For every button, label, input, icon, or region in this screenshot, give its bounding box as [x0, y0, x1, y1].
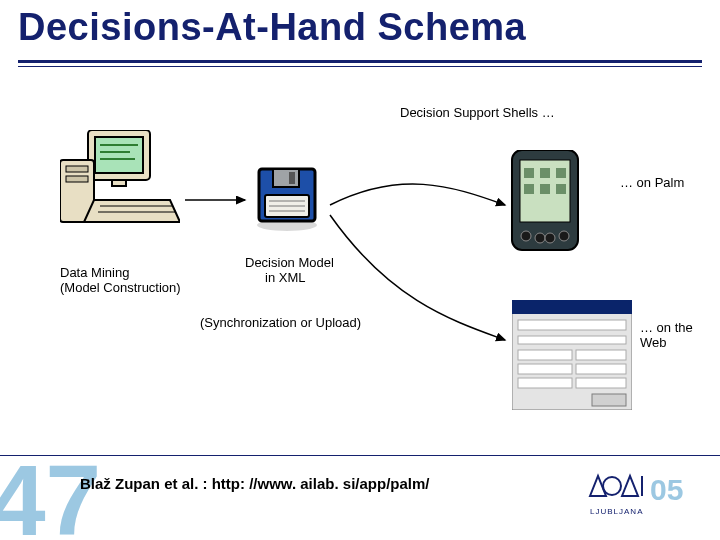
logo-place: LJUBLJANA [590, 507, 643, 516]
svg-point-31 [559, 231, 569, 241]
svg-point-29 [535, 233, 545, 243]
title-divider [18, 60, 702, 63]
svg-point-30 [545, 233, 555, 243]
svg-rect-33 [512, 300, 632, 314]
web-window-icon [512, 300, 632, 410]
svg-rect-24 [556, 168, 566, 178]
svg-rect-38 [518, 378, 572, 388]
svg-rect-25 [524, 184, 534, 194]
svg-rect-27 [556, 184, 566, 194]
footer-divider [0, 455, 720, 456]
svg-marker-9 [84, 200, 180, 222]
svg-point-44 [603, 477, 621, 495]
svg-rect-41 [576, 378, 626, 388]
label-decision-model-2: in XML [265, 270, 305, 285]
slide: Decisions-At-Hand Schema Decision Suppor… [0, 0, 720, 540]
svg-rect-7 [66, 166, 88, 172]
computer-icon [60, 130, 180, 240]
svg-rect-40 [576, 364, 626, 374]
page-title: Decisions-At-Hand Schema [18, 6, 526, 49]
title-divider-thin [18, 66, 702, 67]
svg-rect-26 [540, 184, 550, 194]
svg-rect-37 [518, 364, 572, 374]
label-on-palm: … on Palm [620, 175, 684, 190]
label-decision-model-1: Decision Model [245, 255, 334, 270]
svg-rect-39 [576, 350, 626, 360]
conference-logo: 05 LJUBLJANA [586, 470, 706, 520]
label-synchronization: (Synchronization or Upload) [200, 315, 361, 330]
svg-rect-15 [289, 172, 295, 184]
svg-rect-35 [518, 336, 626, 344]
svg-rect-5 [112, 180, 126, 186]
svg-rect-42 [592, 394, 626, 406]
label-on-web: … on the Web [640, 320, 720, 350]
label-data-mining-2: (Model Construction) [60, 280, 181, 295]
label-data-mining-1: Data Mining [60, 265, 129, 280]
palm-device-icon [510, 150, 580, 255]
svg-rect-34 [518, 320, 626, 330]
floppy-disk-icon [253, 165, 321, 233]
logo-year: 05 [650, 473, 683, 506]
footer-citation: Blaž Zupan et al. : http: //www. ailab. … [80, 475, 429, 492]
svg-point-28 [521, 231, 531, 241]
svg-rect-8 [66, 176, 88, 182]
label-decision-support-shells: Decision Support Shells … [400, 105, 555, 120]
page-number: 47 [0, 450, 101, 540]
svg-rect-36 [518, 350, 572, 360]
svg-rect-14 [273, 169, 299, 187]
svg-rect-23 [540, 168, 550, 178]
svg-rect-22 [524, 168, 534, 178]
svg-rect-1 [95, 137, 143, 173]
